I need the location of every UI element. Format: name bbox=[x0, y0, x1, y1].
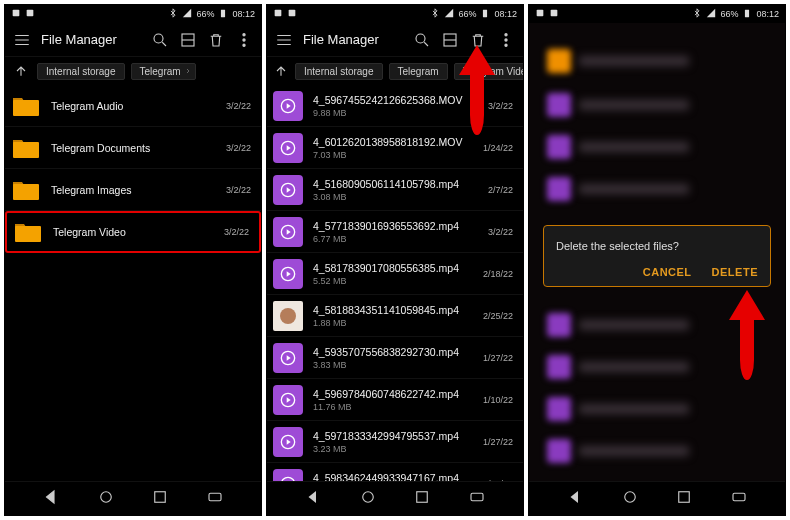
file-date: 2/7/22 bbox=[488, 185, 513, 195]
nav-recent-icon[interactable] bbox=[675, 488, 693, 510]
nav-back-icon[interactable] bbox=[566, 488, 584, 510]
file-date: 1/27/22 bbox=[483, 437, 513, 447]
status-time: 08:12 bbox=[494, 9, 517, 19]
file-size: 3.08 MB bbox=[313, 192, 478, 202]
file-row[interactable]: 4_5983462449933947167.mp46.28 MB1/27/22 bbox=[267, 463, 523, 481]
video-file-icon bbox=[273, 217, 303, 247]
file-name: 4_5771839016936553692.mp4 bbox=[313, 220, 478, 232]
view-grid-icon[interactable] bbox=[179, 31, 197, 49]
nav-home-icon[interactable] bbox=[97, 488, 115, 510]
file-name: 4_5967455242126625368.MOV bbox=[313, 94, 478, 106]
nav-recent-icon[interactable] bbox=[151, 488, 169, 510]
nav-recent-icon[interactable] bbox=[413, 488, 431, 510]
file-name: 4_5817839017080556385.mp4 bbox=[313, 262, 473, 274]
folder-row[interactable]: Telegram Documents 3/2/22 bbox=[5, 127, 261, 169]
nav-home-icon[interactable] bbox=[359, 488, 377, 510]
file-row[interactable]: 4_5935707556838292730.mp43.83 MB1/27/22 bbox=[267, 337, 523, 379]
file-row[interactable]: 4_5168090506114105798.mp43.08 MB2/7/22 bbox=[267, 169, 523, 211]
battery-icon bbox=[742, 8, 752, 20]
file-date: 2/25/22 bbox=[483, 311, 513, 321]
hamburger-menu-icon[interactable] bbox=[275, 31, 293, 49]
up-folder-icon[interactable] bbox=[11, 61, 31, 81]
hamburger-menu-icon[interactable] bbox=[13, 31, 31, 49]
svg-rect-36 bbox=[551, 10, 558, 17]
file-size: 11.76 MB bbox=[313, 402, 473, 412]
android-status-bar: 66% 08:12 bbox=[529, 5, 785, 23]
video-file-icon bbox=[273, 385, 303, 415]
svg-point-6 bbox=[243, 38, 245, 40]
nav-extra-icon[interactable] bbox=[730, 488, 748, 510]
status-notification-icon bbox=[25, 8, 35, 20]
file-row[interactable]: 4_5771839016936553692.mp46.77 MB3/2/22 bbox=[267, 211, 523, 253]
svg-rect-11 bbox=[15, 226, 41, 242]
svg-point-22 bbox=[505, 44, 507, 46]
folder-date: 3/2/22 bbox=[226, 185, 251, 195]
file-row[interactable]: 4_5817839017080556385.mp45.52 MB2/18/22 bbox=[267, 253, 523, 295]
svg-rect-8 bbox=[13, 100, 39, 116]
overflow-menu-icon[interactable] bbox=[235, 31, 253, 49]
screenshot-step-1: 66% 08:12 File Manager bbox=[4, 4, 262, 516]
svg-rect-34 bbox=[471, 493, 483, 501]
file-name: 4_5168090506114105798.mp4 bbox=[313, 178, 478, 190]
file-date: 1/10/22 bbox=[483, 395, 513, 405]
breadcrumb-item[interactable]: Internal storage bbox=[295, 63, 383, 80]
trash-icon[interactable] bbox=[207, 31, 225, 49]
android-status-bar: 66% 08:12 bbox=[5, 5, 261, 23]
nav-back-icon[interactable] bbox=[42, 488, 60, 510]
video-thumbnail-icon bbox=[273, 301, 303, 331]
file-row[interactable]: 4_5971833342994795537.mp43.23 MB1/27/22 bbox=[267, 421, 523, 463]
svg-rect-16 bbox=[289, 10, 296, 17]
battery-icon bbox=[480, 8, 490, 20]
svg-point-32 bbox=[362, 491, 373, 502]
nav-extra-icon[interactable] bbox=[468, 488, 486, 510]
screenshot-step-2: 66% 08:12 File Manager Internal storage … bbox=[266, 4, 524, 516]
search-icon[interactable] bbox=[151, 31, 169, 49]
svg-rect-37 bbox=[745, 10, 749, 18]
android-status-bar: 66% 08:12 bbox=[267, 5, 523, 23]
search-icon[interactable] bbox=[413, 31, 431, 49]
svg-rect-39 bbox=[679, 491, 690, 502]
breadcrumb-item[interactable]: Telegram bbox=[131, 63, 196, 80]
file-size: 6.77 MB bbox=[313, 234, 478, 244]
file-size: 1.88 MB bbox=[313, 318, 473, 328]
signal-icon bbox=[444, 8, 454, 20]
nav-back-icon[interactable] bbox=[304, 488, 322, 510]
folder-date: 3/2/22 bbox=[226, 143, 251, 153]
breadcrumb-label: Telegram bbox=[140, 66, 181, 77]
status-notification-icon bbox=[287, 8, 297, 20]
breadcrumb-item[interactable]: Telegram bbox=[389, 63, 448, 80]
android-nav-bar bbox=[529, 481, 785, 515]
folder-name: Telegram Video bbox=[53, 226, 214, 238]
file-size: 9.88 MB bbox=[313, 108, 478, 118]
dialog-message: Delete the selected files? bbox=[556, 240, 758, 252]
annotation-arrow bbox=[457, 45, 497, 135]
bluetooth-icon bbox=[168, 8, 178, 20]
dialog-delete-button[interactable]: DELETE bbox=[712, 266, 758, 278]
svg-rect-10 bbox=[13, 184, 39, 200]
dialog-cancel-button[interactable]: CANCEL bbox=[643, 266, 692, 278]
svg-point-7 bbox=[243, 44, 245, 46]
folder-row[interactable]: Telegram Audio 3/2/22 bbox=[5, 85, 261, 127]
signal-icon bbox=[182, 8, 192, 20]
folder-row[interactable]: Telegram Images 3/2/22 bbox=[5, 169, 261, 211]
bluetooth-icon bbox=[692, 8, 702, 20]
file-row[interactable]: 4_5969784060748622742.mp411.76 MB1/10/22 bbox=[267, 379, 523, 421]
video-file-icon bbox=[273, 133, 303, 163]
folder-row-highlighted[interactable]: Telegram Video 3/2/22 bbox=[5, 211, 261, 253]
up-folder-icon[interactable] bbox=[273, 61, 289, 81]
status-time: 08:12 bbox=[756, 9, 779, 19]
video-file-icon bbox=[273, 259, 303, 289]
app-header: File Manager bbox=[5, 23, 261, 57]
folder-name: Telegram Images bbox=[51, 184, 216, 196]
overflow-menu-icon[interactable] bbox=[497, 31, 515, 49]
file-size: 3.23 MB bbox=[313, 444, 473, 454]
android-nav-bar bbox=[5, 481, 261, 515]
screenshot-step-3: 66% 08:12 Delete the selected files? CAN… bbox=[528, 4, 786, 516]
video-file-icon bbox=[273, 469, 303, 482]
app-title: File Manager bbox=[41, 32, 141, 47]
breadcrumb-item[interactable]: Internal storage bbox=[37, 63, 125, 80]
nav-home-icon[interactable] bbox=[621, 488, 639, 510]
svg-point-21 bbox=[505, 38, 507, 40]
nav-extra-icon[interactable] bbox=[206, 488, 224, 510]
file-row[interactable]: 4_5818834351141059845.mp41.88 MB2/25/22 bbox=[267, 295, 523, 337]
